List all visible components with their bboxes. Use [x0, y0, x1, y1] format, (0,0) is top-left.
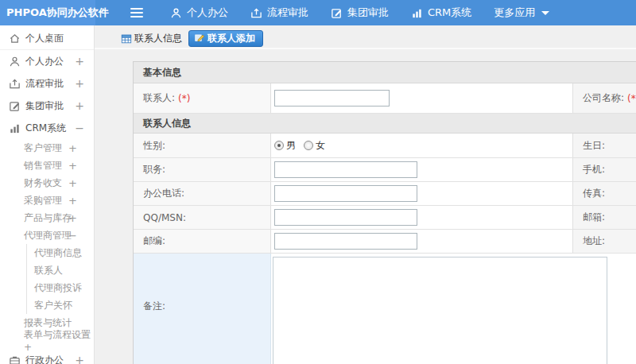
qq-msn-input[interactable] — [274, 209, 417, 226]
sidebar-item-label: 财务收支 — [24, 176, 62, 190]
field-label-cell: 手机: — [573, 158, 636, 181]
sidebar-item-customer-mgmt[interactable]: 客户管理 + — [0, 139, 94, 157]
sidebar-item-label: 代理商信息 — [34, 246, 82, 260]
sidebar-item-finance[interactable]: 财务收支 + — [0, 174, 94, 192]
sidebar-item-label: CRM系统 — [25, 122, 66, 135]
edit-square-icon — [331, 7, 343, 19]
field-label-cell: 性别: — [134, 134, 271, 157]
office-phone-input[interactable] — [274, 185, 417, 202]
flow-upload-icon — [250, 7, 262, 19]
required-marker: (*) — [627, 93, 636, 104]
field-label-cell: QQ/MSN: — [134, 206, 271, 229]
sidebar-item-product-inventory[interactable]: 产品与库存 + — [0, 209, 94, 227]
sidebar-item-sales-mgmt[interactable]: 销售管理 + — [0, 157, 94, 174]
edit-square-icon — [9, 100, 21, 112]
field-label: 传真: — [583, 187, 605, 200]
sidebar-item-group-approval[interactable]: 集团审批 + — [0, 95, 94, 117]
sidebar-item-personal-desktop[interactable]: 个人桌面 — [0, 28, 94, 50]
expand-icon[interactable]: + — [68, 212, 77, 224]
form-row-remarks: 备注: — [134, 254, 636, 364]
tab-contact-add[interactable]: 联系人添加 — [188, 30, 263, 47]
field-label: 手机: — [583, 163, 605, 176]
sidebar-item-agent-mgmt[interactable]: 代理商管理 − — [0, 227, 94, 244]
field-label: 邮编: — [143, 234, 165, 248]
tab-label: 联系人添加 — [207, 32, 255, 45]
top-navbar: PHPOA协同办公软件 个人办公 流程审批 集团审批 CRM系统 更多应用 — [0, 0, 636, 25]
field-value-cell — [271, 230, 573, 253]
sidebar-item-personal-office[interactable]: 个人办公 + — [0, 50, 94, 72]
sidebar-item-label: 采购管理 — [24, 194, 62, 207]
sidebar-item-label: 销售管理 — [24, 159, 62, 172]
form-row-job-title: 职务: 手机: — [134, 158, 636, 182]
contact-name-input[interactable] — [274, 90, 390, 106]
sidebar-item-label: 行政办公 — [25, 354, 64, 364]
sidebar-item-agent-complaints[interactable]: 代理商投诉 — [27, 279, 94, 296]
field-label-cell: 邮箱: — [573, 206, 636, 229]
collapse-icon[interactable]: − — [68, 230, 77, 242]
field-label: QQ/MSN: — [143, 212, 186, 223]
expand-icon[interactable]: + — [68, 195, 77, 207]
expand-icon[interactable]: + — [75, 99, 84, 112]
nav-item-flow-approval[interactable]: 流程审批 — [250, 6, 308, 20]
sidebar-item-form-flow-settings[interactable]: 表单与流程设置+ — [0, 331, 94, 349]
expand-icon[interactable]: + — [75, 77, 84, 90]
field-label-cell: 备注: — [134, 254, 271, 364]
form-row-postcode: 邮编: 地址: — [134, 230, 636, 254]
postcode-input[interactable] — [274, 233, 417, 250]
sidebar-item-purchase-mgmt[interactable]: 采购管理 + — [0, 192, 94, 209]
main-nav: 个人办公 流程审批 集团审批 CRM系统 更多应用 — [170, 6, 549, 20]
tab-contact-list[interactable]: 联系人信息 — [121, 32, 182, 45]
field-label-cell: 地址: — [573, 230, 636, 253]
job-title-input[interactable] — [274, 161, 417, 178]
gender-radio-male[interactable] — [274, 141, 284, 150]
expand-icon[interactable]: + — [68, 160, 77, 172]
sidebar: 个人桌面 个人办公 + 流程审批 + 集团审批 + CRM系统 − 客户管理 +… — [0, 25, 95, 364]
sidebar-item-label: 流程审批 — [25, 77, 64, 91]
form-row-contact-name: 联系人: (*) 公司名称: (*) — [134, 83, 636, 114]
sidebar-item-agent-info[interactable]: 代理商信息 — [27, 244, 94, 261]
field-label: 职务: — [143, 163, 165, 176]
expand-icon[interactable]: + — [68, 142, 77, 154]
hamburger-icon[interactable] — [130, 8, 143, 17]
sidebar-item-label: 集团审批 — [25, 99, 64, 113]
sidebar-item-crm[interactable]: CRM系统 − — [0, 117, 94, 139]
nav-item-personal-office[interactable]: 个人办公 — [170, 6, 228, 20]
flow-upload-icon — [9, 78, 21, 90]
field-label: 联系人: — [143, 91, 175, 105]
field-label: 备注: — [143, 300, 165, 313]
gender-radio-female[interactable] — [304, 141, 313, 150]
field-value-cell — [271, 206, 573, 229]
form-row-gender: 性别: 男 女 生日: — [134, 134, 636, 158]
field-label: 办公电话: — [143, 187, 184, 200]
nav-label: 集团审批 — [347, 6, 389, 20]
section-title: 基本信息 — [143, 66, 181, 79]
field-label-cell: 办公电话: — [134, 182, 271, 205]
section-title: 联系人信息 — [143, 117, 191, 130]
field-label-cell: 职务: — [134, 158, 271, 181]
expand-icon[interactable]: + — [75, 55, 84, 68]
field-label: 生日: — [583, 139, 605, 153]
nav-item-more-apps[interactable]: 更多应用 — [494, 6, 549, 20]
field-value-cell: 男 女 — [271, 134, 573, 157]
sidebar-item-label: 客户管理 — [24, 141, 62, 155]
caret-down-icon — [541, 11, 549, 15]
collapse-icon[interactable]: − — [75, 122, 84, 134]
form-row-qq-msn: QQ/MSN: 邮箱: — [134, 206, 636, 230]
radio-label: 男 — [286, 139, 296, 153]
sidebar-item-admin-office[interactable]: 行政办公 + — [0, 349, 94, 364]
sidebar-item-contacts[interactable]: 联系人 — [27, 261, 94, 279]
nav-item-crm[interactable]: CRM系统 — [411, 6, 471, 20]
field-value-cell — [271, 182, 573, 205]
sidebar-item-customer-care[interactable]: 客户关怀 — [27, 296, 94, 314]
field-label-cell: 联系人: (*) — [134, 83, 271, 113]
nav-label: 个人办公 — [187, 6, 228, 20]
agent-submenu: 代理商信息 联系人 代理商投诉 客户关怀 — [26, 244, 94, 314]
sidebar-item-label: 代理商投诉 — [34, 281, 82, 295]
nav-item-group-approval[interactable]: 集团审批 — [331, 6, 389, 20]
field-label-cell: 传真: — [573, 182, 636, 205]
home-icon — [9, 33, 21, 45]
remarks-textarea[interactable] — [273, 257, 607, 364]
expand-icon[interactable]: + — [68, 177, 77, 189]
sidebar-item-flow-approval[interactable]: 流程审批 + — [0, 72, 94, 95]
expand-icon[interactable]: + — [75, 354, 84, 364]
